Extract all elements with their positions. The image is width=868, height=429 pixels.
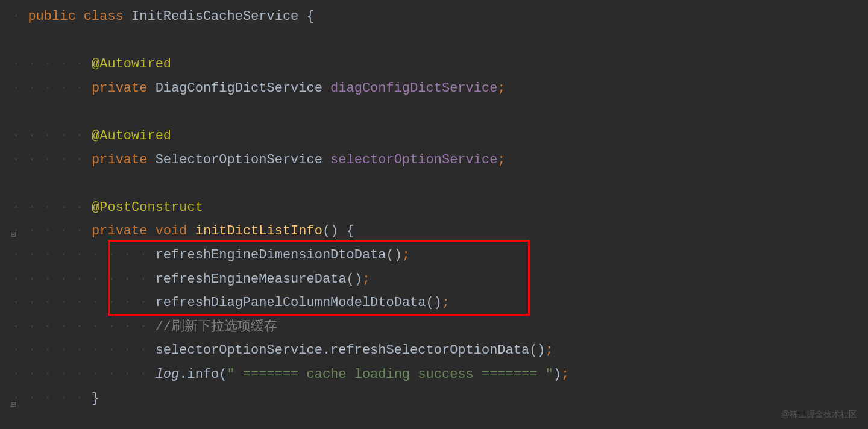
code-line (12, 172, 868, 196)
code-line (12, 100, 868, 124)
code-line: · public class InitRedisCacheService { (12, 5, 868, 29)
code-line: · · · · · @Autowired (12, 124, 868, 148)
code-line: · · · · · · · · · refreshEngineDimension… (12, 243, 868, 268)
code-line: · · · · · · · · · refreshDiagPanelColumn… (12, 291, 868, 315)
code-line: · · · · · @PostConstruct (12, 196, 868, 220)
watermark-text: @稀土掘金技术社区 (781, 407, 857, 422)
code-line: · · · · · · · · · log.info(" ======= cac… (12, 363, 868, 387)
code-line: · · · · · private DiagConfigDictService … (12, 77, 868, 101)
code-line: · · · · · private SelectorOptionService … (12, 148, 868, 172)
code-line: · · · · · private void initDictListInfo(… (12, 219, 868, 243)
code-line: · · · · · · · · · selectorOptionService.… (12, 339, 868, 363)
code-line: · · · · · @Autowired (12, 52, 868, 77)
code-editor[interactable]: · public class InitRedisCacheService { ·… (0, 0, 868, 415)
code-line: · · · · · · · · · //刷新下拉选项缓存 (12, 315, 868, 339)
code-line: · · · · · · · · · refreshEngineMeasureDa… (12, 268, 868, 292)
code-line (12, 29, 868, 53)
code-line: · · · · · } (12, 387, 868, 411)
